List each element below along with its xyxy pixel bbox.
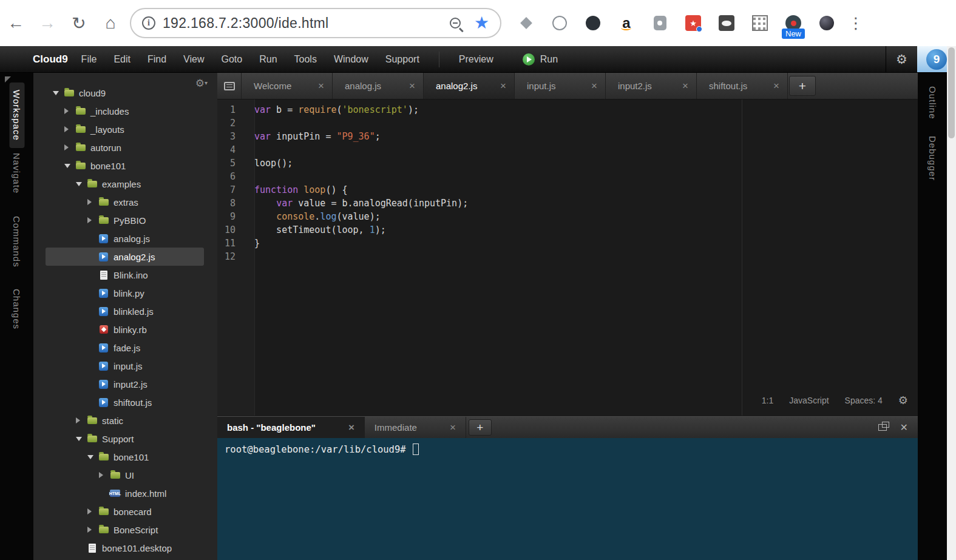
tree-item-layouts[interactable]: _layouts (33, 120, 217, 138)
expand-arrow-icon[interactable] (76, 417, 87, 423)
close-tab-icon[interactable]: × (591, 80, 597, 92)
red-star-app-icon[interactable]: ★ (685, 15, 701, 31)
console-tab-bash-beaglebone[interactable]: bash - "beaglebone"× (217, 417, 365, 438)
tree-item-blinky-rb[interactable]: blinky.rb (33, 320, 217, 339)
forward-icon[interactable]: → (32, 13, 63, 33)
tree-item-cloud9[interactable]: cloud9 (33, 84, 217, 102)
expand-arrow-icon[interactable] (64, 126, 75, 132)
editor-tab-input2-js[interactable]: input2.js× (606, 73, 697, 99)
dark-sphere-icon[interactable] (819, 15, 835, 31)
tab-list-button[interactable] (217, 73, 242, 99)
tree-item-bone101[interactable]: bone101 (33, 448, 217, 466)
tree-item-ui[interactable]: UI (33, 466, 217, 484)
close-console-icon[interactable]: ✕ (900, 422, 908, 433)
expand-arrow-icon[interactable] (87, 508, 98, 514)
page-info-icon[interactable]: i (142, 16, 155, 30)
scrollbar-thumb[interactable] (948, 47, 955, 138)
menu-window[interactable]: Window (325, 54, 377, 65)
tree-settings-gear-icon[interactable]: ⚙▾ (195, 77, 208, 90)
collapse-arrow-icon[interactable] (64, 164, 75, 168)
globe-icon[interactable] (552, 15, 568, 31)
settings-gear-icon[interactable]: ⚙ (886, 46, 917, 72)
tree-item-fade-js[interactable]: fade.js (33, 339, 217, 357)
tree-item-bone101[interactable]: bone101 (33, 157, 217, 175)
home-icon[interactable]: ⌂ (95, 13, 126, 33)
editor-tab-analog-js[interactable]: analog.js× (333, 73, 424, 99)
reload-icon[interactable]: ↻ (63, 13, 95, 33)
close-tab-icon[interactable]: × (500, 80, 506, 92)
expand-arrow-icon[interactable] (87, 199, 98, 205)
dock-tab-debugger[interactable]: Debugger (927, 136, 938, 181)
maximize-console-icon[interactable] (878, 424, 887, 431)
dock-tab-workspace[interactable]: Workspace (9, 83, 24, 148)
collapse-arrow-icon[interactable] (87, 455, 98, 459)
gray-app-icon[interactable] (652, 15, 668, 31)
bookmark-star-icon[interactable]: ★ (474, 15, 489, 32)
close-tab-icon[interactable]: × (773, 80, 779, 92)
console-tab-immediate[interactable]: Immediate× (365, 417, 466, 438)
tree-item-support[interactable]: Support (33, 430, 217, 448)
tree-item-blink-py[interactable]: blink.py (33, 284, 217, 302)
editor-tab-welcome[interactable]: Welcome× (242, 73, 333, 99)
menu-file[interactable]: File (73, 54, 106, 65)
close-tab-icon[interactable]: × (318, 80, 324, 92)
qr-code-icon[interactable] (752, 15, 768, 31)
cloud9-brand[interactable]: Cloud9 (33, 53, 68, 66)
dock-tab-outline[interactable]: Outline (927, 86, 938, 120)
tree-item-pybbio[interactable]: PyBBIO (33, 211, 217, 229)
menu-goto[interactable]: Goto (212, 54, 251, 65)
tree-item-autorun[interactable]: autorun (33, 138, 217, 157)
editor-tab-analog2-js[interactable]: analog2.js× (424, 73, 515, 99)
language-mode[interactable]: JavaScript (789, 396, 829, 405)
tree-item-input2-js[interactable]: input2.js (33, 375, 217, 393)
collapse-arrow-icon[interactable] (76, 437, 87, 441)
url-text[interactable]: 192.168.7.2:3000/ide.html (163, 15, 328, 32)
menu-edit[interactable]: Edit (105, 54, 139, 65)
editor-tab-input-js[interactable]: input.js× (515, 73, 606, 99)
github-icon[interactable] (585, 15, 601, 31)
oval-app-icon[interactable] (719, 15, 734, 31)
dropbox-icon[interactable] (518, 15, 534, 31)
tree-item-blink-ino[interactable]: Blink.ino (33, 266, 217, 284)
menu-run[interactable]: Run (251, 54, 285, 65)
chrome-menu-icon[interactable]: ⋮ (848, 14, 864, 33)
tree-item-blinkled-js[interactable]: blinkled.js (33, 302, 217, 320)
address-bar[interactable]: i 192.168.7.2:3000/ide.html ★ (130, 8, 501, 38)
tree-item-analog2-js[interactable]: analog2.js (46, 248, 204, 266)
collapse-panel-icon[interactable] (5, 76, 11, 83)
indent-setting[interactable]: Spaces: 4 (845, 396, 883, 405)
menu-find[interactable]: Find (139, 54, 175, 65)
tree-item-extras[interactable]: extras (33, 193, 217, 211)
tree-item-index-html[interactable]: HTMLindex.html (33, 484, 217, 502)
close-tab-icon[interactable]: × (450, 422, 456, 434)
dock-tab-commands[interactable]: Commands (12, 216, 22, 268)
new-tab-button[interactable]: + (789, 76, 816, 96)
menu-tools[interactable]: Tools (286, 54, 325, 65)
tree-item-analog-js[interactable]: analog.js (33, 229, 217, 248)
tree-item-static[interactable]: static (33, 411, 217, 430)
recorder-icon[interactable]: New (785, 15, 801, 31)
browser-scrollbar[interactable] (947, 46, 956, 560)
new-console-tab-button[interactable]: + (469, 419, 492, 436)
editor-tab-shiftout-js[interactable]: shiftout.js× (697, 73, 788, 99)
zoom-out-icon[interactable] (450, 18, 461, 29)
dock-tab-changes[interactable]: Changes (12, 289, 22, 329)
terminal[interactable]: root@beaglebone:/var/lib/cloud9# (217, 438, 918, 560)
run-button[interactable]: Run (523, 53, 558, 66)
tree-item-examples[interactable]: examples (33, 175, 217, 193)
preview-button[interactable]: Preview (450, 54, 502, 65)
tree-item-includes[interactable]: _includes (33, 102, 217, 120)
tree-item-bonecard[interactable]: bonecard (33, 502, 217, 521)
amazon-icon[interactable]: a (619, 15, 634, 31)
tree-item-bonescript[interactable]: BoneScript (33, 521, 217, 539)
collapse-arrow-icon[interactable] (76, 182, 87, 186)
cursor-position[interactable]: 1:1 (762, 396, 773, 405)
close-tab-icon[interactable]: × (409, 80, 415, 92)
editor-settings-gear-icon[interactable]: ⚙ (898, 394, 908, 407)
tree-item-input-js[interactable]: input.js (33, 357, 217, 375)
expand-arrow-icon[interactable] (64, 144, 75, 150)
expand-arrow-icon[interactable] (99, 472, 110, 478)
expand-arrow-icon[interactable] (87, 217, 98, 223)
code-editor[interactable]: 1var b = require('bonescript');23var inp… (217, 100, 918, 416)
expand-arrow-icon[interactable] (64, 108, 75, 114)
